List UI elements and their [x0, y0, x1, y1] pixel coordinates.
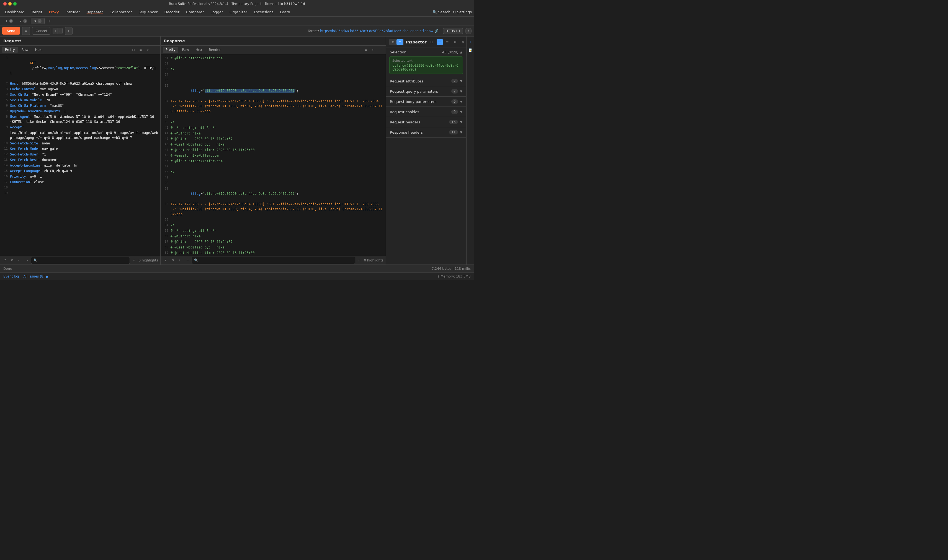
- inspector-settings-icon[interactable]: ⚙: [452, 39, 458, 45]
- inspector-section-header-query-params[interactable]: Request query parameters 2 ▼: [386, 86, 466, 96]
- request-settings-icon[interactable]: ⚙: [9, 258, 15, 263]
- tab-add-button[interactable]: +: [45, 17, 53, 25]
- request-panel-bottom: ? ⚙ ← → 🔍 ⌕ 0 highlights: [0, 255, 160, 265]
- menu-dots-icon[interactable]: ⋯: [152, 47, 158, 53]
- response-code-area[interactable]: 31 # @link: https://ctfer.com 32 33 */ 3…: [160, 54, 386, 255]
- event-log-link[interactable]: Event log: [3, 274, 19, 278]
- menu-search-button[interactable]: 🔍 Search: [432, 10, 450, 14]
- tab-1-close[interactable]: ×: [9, 19, 13, 23]
- response-back-icon[interactable]: ←: [177, 258, 183, 263]
- inspector-grid-icon[interactable]: ⊞: [429, 39, 435, 45]
- response-forward-icon[interactable]: →: [184, 258, 190, 263]
- inspector-list-icon[interactable]: ☰: [436, 39, 443, 45]
- menu-comparer[interactable]: Comparer: [183, 9, 207, 15]
- side-tab-notes[interactable]: 📝: [467, 47, 473, 53]
- response-line-49: 49: [160, 175, 386, 180]
- response-line-45: 45 # @email: h1xa@ctfer.com: [160, 153, 386, 158]
- side-tab-strip: I 📝: [466, 37, 474, 265]
- cancel-button[interactable]: Cancel: [32, 27, 50, 35]
- inspector-section-body-params: Request body parameters 0 ▼: [386, 97, 466, 107]
- response-more-icon[interactable]: ⋯: [378, 47, 384, 53]
- response-wrap-icon[interactable]: ↩: [370, 47, 376, 53]
- maximize-button[interactable]: [13, 2, 17, 6]
- request-tab-hex[interactable]: Hex: [32, 47, 44, 53]
- tab-2-close[interactable]: ×: [23, 19, 27, 23]
- all-issues-link[interactable]: All issues (8) ●: [23, 274, 48, 278]
- nav-prev-button[interactable]: ‹: [53, 28, 57, 34]
- request-code-area[interactable]: 1 GET /?file=/var/log/nginx/access.log&2…: [0, 54, 160, 255]
- menu-intruder[interactable]: Intruder: [63, 9, 83, 15]
- status-done: Done: [3, 267, 12, 271]
- menu-decoder[interactable]: Decoder: [162, 9, 182, 15]
- menu-settings-button[interactable]: ⚙️ Settings: [453, 10, 472, 14]
- inspector-section-header-body-params[interactable]: Request body parameters 0 ▼: [386, 97, 466, 106]
- tab-2[interactable]: 2 ×: [17, 18, 31, 25]
- target-url[interactable]: https://b885bd4a-bd56-43c9-8c5f-0a623fa6…: [320, 29, 433, 33]
- menu-repeater[interactable]: Repeater: [84, 9, 106, 15]
- inspector-align-icon[interactable]: ≡: [444, 39, 450, 45]
- bottombar: Event log All issues (8) ● ℹ Memory: 183…: [0, 272, 474, 280]
- extra-nav-button[interactable]: ›: [65, 27, 72, 35]
- response-search-bar[interactable]: 🔍: [191, 257, 355, 264]
- nav-next-button[interactable]: ›: [58, 28, 62, 34]
- request-help-icon[interactable]: ?: [2, 258, 8, 263]
- view-toggle: ⊞ ☰: [389, 39, 404, 45]
- menu-extensions[interactable]: Extensions: [251, 9, 276, 15]
- menu-collaborator[interactable]: Collaborator: [107, 9, 134, 15]
- request-search-bar[interactable]: 🔍: [31, 257, 130, 264]
- help-button[interactable]: ?: [465, 28, 472, 34]
- response-tab-render[interactable]: Render: [206, 47, 224, 53]
- close-button[interactable]: [3, 2, 7, 6]
- inspector-section-header-response-headers[interactable]: Response headers 11 ▼: [386, 127, 466, 137]
- request-tab-pretty[interactable]: Pretty: [2, 47, 18, 53]
- menu-target[interactable]: Target: [29, 9, 45, 15]
- response-search-submit[interactable]: ⌕: [357, 258, 362, 263]
- minimize-button[interactable]: [8, 2, 12, 6]
- request-attributes-count: 2: [451, 79, 458, 83]
- response-tab-raw[interactable]: Raw: [179, 47, 192, 53]
- response-line-33: 33 */: [160, 66, 386, 72]
- request-search-input[interactable]: [39, 258, 127, 262]
- wrap-icon[interactable]: ↩: [145, 47, 151, 53]
- menu-dashboard[interactable]: Dashboard: [2, 9, 28, 15]
- request-back-icon[interactable]: ←: [17, 258, 22, 263]
- response-pretty-icon[interactable]: ≡: [363, 47, 369, 53]
- inspector-section-header-cookies[interactable]: Request cookies 0 ▼: [386, 107, 466, 117]
- gear-icon: ⚙️: [453, 10, 456, 14]
- menu-sequencer[interactable]: Sequencer: [136, 9, 160, 15]
- response-tab-hex[interactable]: Hex: [193, 47, 205, 53]
- inspector-section-header-request-attributes[interactable]: Request attributes 2 ▼: [386, 76, 466, 86]
- view-btn-list[interactable]: ☰: [396, 39, 403, 45]
- response-panel-bottom: ? ⚙ ← → 🔍 ⌕ 0 highlights: [160, 255, 386, 265]
- response-search-input[interactable]: [200, 258, 353, 262]
- view-btn-grid[interactable]: ⊞: [390, 39, 396, 45]
- tab-1[interactable]: 1 ×: [2, 18, 16, 25]
- response-header: Response: [160, 37, 386, 46]
- side-tab-inspector[interactable]: I: [467, 39, 473, 45]
- menu-learn[interactable]: Learn: [277, 9, 293, 15]
- request-line-18: 18: [0, 185, 160, 190]
- settings-icon-button[interactable]: ⚙: [22, 27, 30, 35]
- menu-logger[interactable]: Logger: [208, 9, 226, 15]
- response-help-icon[interactable]: ?: [163, 258, 168, 263]
- search-label: Search: [438, 10, 450, 14]
- request-tab-raw[interactable]: Raw: [19, 47, 31, 53]
- pretty-icon[interactable]: ≡: [137, 47, 144, 53]
- cookies-right: 0 ▼: [451, 109, 462, 114]
- no-wrap-icon[interactable]: ⊟: [130, 47, 137, 53]
- response-settings-icon[interactable]: ⚙: [170, 258, 176, 263]
- menu-proxy[interactable]: Proxy: [46, 9, 62, 15]
- response-line-48: 48 */: [160, 169, 386, 175]
- tab-3-close[interactable]: ×: [38, 19, 42, 23]
- response-line-58: 58 # @Last Modified by: h1xa: [160, 245, 386, 250]
- response-tab-pretty[interactable]: Pretty: [163, 47, 178, 53]
- send-button[interactable]: Send: [2, 27, 20, 35]
- request-line-2: 2 Host: b885bd4a-bd56-43c9-8c5f-0a623fa6…: [0, 81, 160, 86]
- inspector-section-header-request-headers[interactable]: Request headers 16 ▼: [386, 117, 466, 127]
- request-forward-icon[interactable]: →: [24, 258, 29, 263]
- request-search-submit[interactable]: ⌕: [131, 258, 137, 263]
- tab-3[interactable]: 3 ×: [31, 18, 45, 25]
- menu-organizer[interactable]: Organizer: [227, 9, 250, 15]
- inspector-close-icon[interactable]: ✕: [460, 39, 466, 45]
- response-headers-label: Response headers: [390, 130, 423, 134]
